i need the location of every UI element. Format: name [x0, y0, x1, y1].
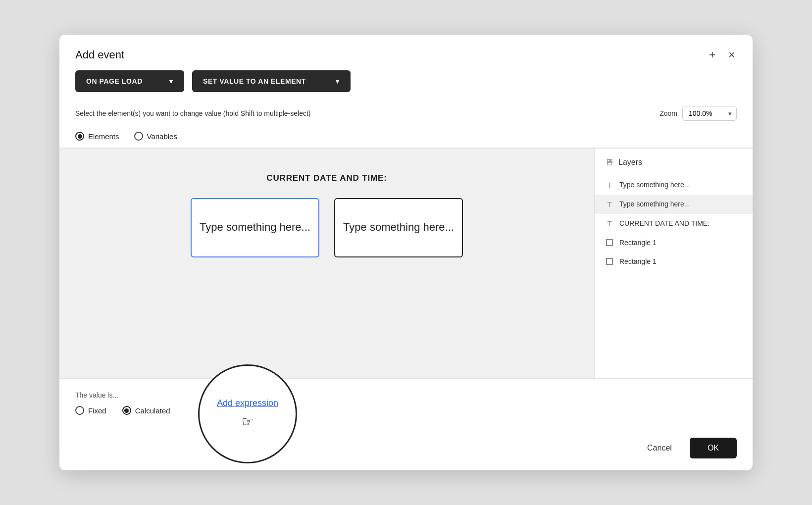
rect-icon-3: [605, 239, 614, 246]
add-expression-button[interactable]: Add expression: [217, 398, 278, 408]
elements-radio-circle: [75, 132, 84, 141]
layer-label-4: Rectangle 1: [619, 257, 657, 265]
layer-label-1: Type something here...: [619, 200, 690, 208]
text-icon-2: T: [605, 219, 614, 228]
variables-radio[interactable]: Variables: [134, 132, 177, 141]
dialog-header: Add event + ×: [59, 35, 753, 70]
instruction-row: Select the element(s) you want to change…: [59, 102, 753, 129]
bottom-radio-row: Fixed Calculated: [75, 406, 737, 415]
fixed-label: Fixed: [88, 406, 106, 415]
elements-radio[interactable]: Elements: [75, 132, 119, 141]
top-radio-row: Elements Variables: [59, 129, 753, 148]
layer-item-1[interactable]: T Type something here...: [595, 195, 753, 214]
layers-header: 🖥 Layers: [595, 149, 753, 175]
canvas-box-1-text: Type something here...: [200, 220, 310, 235]
elements-label: Elements: [88, 132, 119, 141]
zoom-label: Zoom: [660, 109, 677, 117]
layer-item-4[interactable]: Rectangle 1: [595, 252, 753, 271]
calculated-radio[interactable]: Calculated: [122, 406, 170, 415]
variables-radio-circle: [134, 132, 143, 141]
dialog-close-icons: + ×: [707, 49, 737, 61]
zoom-row: Zoom 100.0% 75.0% 50.0% 125.0% 150.0%: [660, 106, 737, 121]
monitor-icon: 🖥: [605, 157, 613, 168]
layer-item-0[interactable]: T Type something here...: [595, 175, 753, 195]
instruction-text: Select the element(s) you want to change…: [75, 109, 310, 117]
text-icon-0: T: [605, 181, 614, 189]
dialog-title: Add event: [75, 49, 124, 61]
add-expression-circle: Add expression ☞: [198, 364, 297, 463]
layer-item-2[interactable]: T CURRENT DATE AND TIME:: [595, 214, 753, 233]
layer-label-2: CURRENT DATE AND TIME:: [619, 219, 710, 227]
layers-title: Layers: [618, 158, 642, 167]
canvas-box-2[interactable]: Type something here...: [334, 198, 463, 257]
trigger-dropdown[interactable]: ON PAGE LOAD ▾: [75, 70, 184, 92]
canvas-area: CURRENT DATE AND TIME: Type something he…: [59, 149, 594, 378]
trigger-chevron-icon: ▾: [169, 78, 173, 85]
layer-label-3: Rectangle 1: [619, 239, 657, 247]
layer-item-3[interactable]: Rectangle 1: [595, 233, 753, 252]
main-content: CURRENT DATE AND TIME: Type something he…: [59, 149, 753, 378]
action-dropdown-label: SET VALUE TO AN ELEMENT: [203, 77, 306, 85]
layer-label-0: Type something here...: [619, 181, 690, 189]
zoom-select[interactable]: 100.0% 75.0% 50.0% 125.0% 150.0%: [682, 106, 737, 121]
add-icon-button[interactable]: +: [707, 49, 717, 61]
dialog-footer: Cancel OK: [59, 429, 753, 470]
rect-icon-4: [605, 258, 614, 265]
zoom-wrapper: 100.0% 75.0% 50.0% 125.0% 150.0%: [682, 106, 737, 121]
ok-button[interactable]: OK: [690, 438, 737, 458]
value-label: The value is...: [75, 391, 737, 399]
action-chevron-icon: ▾: [336, 78, 340, 85]
cursor-icon: ☞: [242, 413, 254, 430]
layers-panel: 🖥 Layers T Type something here... T Type…: [594, 149, 753, 378]
canvas-box-2-text: Type something here...: [343, 220, 454, 235]
calculated-label: Calculated: [135, 406, 170, 415]
cancel-button[interactable]: Cancel: [638, 439, 681, 457]
text-icon-1: T: [605, 200, 614, 208]
fixed-radio[interactable]: Fixed: [75, 406, 106, 415]
canvas-boxes-row: Type something here... Type something he…: [191, 198, 463, 257]
calculated-radio-circle: [122, 406, 131, 415]
variables-label: Variables: [147, 132, 177, 141]
canvas-inner: CURRENT DATE AND TIME: Type something he…: [89, 173, 564, 257]
add-event-dialog: Add event + × ON PAGE LOAD ▾ SET VALUE T…: [59, 35, 753, 470]
fixed-radio-circle: [75, 406, 84, 415]
canvas-box-1[interactable]: Type something here...: [191, 198, 319, 257]
dropdowns-row: ON PAGE LOAD ▾ SET VALUE TO AN ELEMENT ▾: [59, 70, 753, 102]
action-dropdown[interactable]: SET VALUE TO AN ELEMENT ▾: [192, 70, 351, 92]
close-icon-button[interactable]: ×: [726, 49, 737, 61]
trigger-dropdown-label: ON PAGE LOAD: [86, 77, 143, 85]
bottom-area: The value is... Fixed Calculated Add exp…: [59, 379, 753, 429]
canvas-date-label: CURRENT DATE AND TIME:: [266, 173, 387, 183]
